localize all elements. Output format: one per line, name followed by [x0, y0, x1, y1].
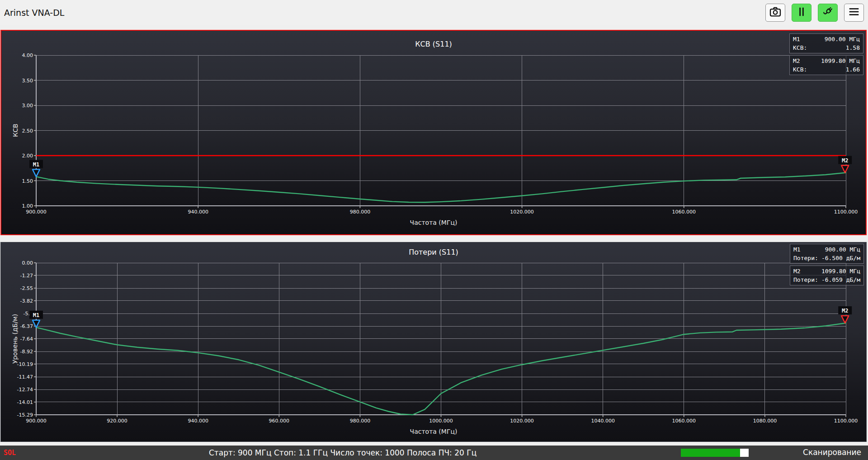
x-tick-label: 900.000: [26, 418, 47, 424]
app-title: Arinst VNA-DL: [4, 8, 64, 18]
marker-m2-readout: M21099.80 МГц Потери:-6.059 дБ/м: [790, 266, 864, 285]
y-tick-label: 4.00: [22, 52, 33, 58]
marker-label: КСВ:: [793, 65, 807, 74]
marker-label: M2: [793, 267, 801, 275]
marker-value: -6.059 дБ/м: [821, 275, 860, 284]
y-tick-label: 0.00: [22, 260, 33, 266]
loss-chart-title: Потери (S11): [1, 248, 866, 256]
marker-m2-triangle[interactable]: [841, 316, 849, 323]
y-tick-label: -7.64: [20, 336, 33, 342]
x-tick-label: 920.000: [107, 418, 127, 424]
x-tick-label: 1020.000: [510, 209, 534, 215]
y-tick-label: -15.29: [17, 412, 33, 418]
marker-label: M1: [793, 245, 801, 254]
screenshot-button[interactable]: [765, 4, 785, 22]
y-tick-label: 1.00: [22, 203, 33, 209]
marker-label: Потери:: [793, 254, 818, 262]
y-tick-label: -8.92: [20, 349, 33, 355]
marker-m1-label: M1: [33, 161, 39, 168]
swr-chart-panel[interactable]: 4.003.503.002.502.001.501.00900.000940.0…: [0, 30, 867, 235]
x-tick-label: 980.000: [350, 418, 371, 424]
x-tick-label: 1020.000: [510, 418, 534, 424]
x-tick-label: 1040.000: [591, 418, 615, 424]
marker-value: 1099.80 МГц: [821, 57, 860, 65]
loss-y-axis-title: Уровень (дБ/м): [11, 314, 19, 364]
swr-plot-area[interactable]: 4.003.503.002.502.001.501.00900.000940.0…: [1, 31, 866, 234]
y-tick-label: 2.50: [22, 128, 33, 134]
marker-m2-triangle[interactable]: [841, 166, 849, 173]
marker-value: 1099.80 МГц: [821, 267, 860, 275]
x-tick-label: 980.000: [350, 209, 371, 215]
x-tick-label: 900.000: [26, 209, 47, 215]
x-tick-label: 1100.000: [834, 418, 858, 424]
sweep-settings-text: Старт: 900 МГц Стоп: 1.1 ГГц Число точек…: [209, 448, 476, 457]
progress-bar: [681, 449, 749, 457]
x-tick-label: 960.000: [269, 418, 290, 424]
y-tick-label: -1.27: [20, 273, 33, 279]
y-tick-label: -10.19: [17, 361, 33, 367]
x-tick-label: 1080.000: [753, 418, 777, 424]
marker-value: 900.00 МГц: [825, 35, 860, 43]
marker-m2-label: M2: [842, 157, 848, 164]
plug-icon: [821, 5, 834, 20]
marker-m1-label: M1: [33, 312, 39, 318]
y-tick-label: -2.55: [20, 285, 33, 291]
camera-icon: [769, 5, 782, 20]
toolbar: [765, 4, 864, 22]
marker-m1-readout: M1900.00 МГц Потери:-6.500 дБ/м: [790, 244, 864, 264]
scanning-label: Сканирование: [803, 448, 861, 457]
swr-x-axis-title: Частота (МГц): [1, 219, 866, 226]
loss-x-axis-title: Частота (МГц): [1, 428, 866, 435]
x-tick-label: 940.000: [188, 418, 208, 424]
progress-fill: [681, 449, 740, 457]
swr-y-axis-title: КСВ: [12, 123, 19, 137]
marker-label: M1: [793, 35, 800, 43]
x-tick-label: 1100.000: [834, 209, 858, 215]
x-tick-label: 940.000: [188, 209, 208, 215]
y-tick-label: 3.00: [22, 103, 33, 109]
y-tick-label: -12.74: [17, 387, 33, 393]
marker-m2-label: M2: [842, 308, 848, 314]
x-tick-label: 1000.000: [429, 418, 453, 424]
y-tick-label: -6.37: [20, 323, 33, 329]
marker-m1-readout: M1900.00 МГц КСВ:1.58: [789, 33, 863, 53]
title-bar: Arinst VNA-DL: [0, 0, 868, 25]
marker-label: Потери:: [793, 275, 818, 284]
marker-m2-readout: M21099.80 МГц КСВ:1.66: [789, 55, 863, 75]
loss-plot-area[interactable]: 0.00-1.27-2.55-3.82-5.1-6.37-7.64-8.92-1…: [1, 242, 866, 441]
marker-label: КСВ:: [793, 43, 807, 52]
y-tick-label: -14.01: [17, 399, 33, 405]
trace-line: [36, 173, 846, 203]
marker-value: 1.58: [846, 43, 860, 52]
menu-button[interactable]: [844, 4, 864, 22]
x-tick-label: 1060.000: [672, 418, 696, 424]
connection-button[interactable]: [818, 4, 838, 22]
marker-value: -6.500 дБ/м: [821, 254, 860, 262]
x-tick-label: 1060.000: [672, 209, 696, 215]
y-tick-label: -11.47: [17, 374, 33, 380]
y-tick-label: 1.50: [22, 178, 33, 184]
y-tick-label: -3.82: [20, 298, 33, 304]
marker-value: 1.66: [846, 65, 860, 74]
hamburger-menu-icon: [848, 5, 860, 20]
y-tick-label: 2.00: [22, 153, 33, 159]
status-bar: SOL Старт: 900 МГц Стоп: 1.1 ГГц Число т…: [0, 446, 868, 460]
loss-chart-panel[interactable]: 0.00-1.27-2.55-3.82-5.1-6.37-7.64-8.92-1…: [0, 242, 867, 442]
swr-chart-title: КСВ (S11): [1, 40, 866, 48]
pause-button[interactable]: [792, 4, 811, 22]
calibration-status: SOL: [4, 449, 16, 457]
y-tick-label: 3.50: [22, 78, 33, 84]
marker-label: M2: [793, 57, 800, 65]
marker-value: 900.00 МГц: [825, 245, 860, 254]
marker-m1-triangle[interactable]: [33, 170, 40, 177]
pause-icon: [796, 6, 807, 19]
